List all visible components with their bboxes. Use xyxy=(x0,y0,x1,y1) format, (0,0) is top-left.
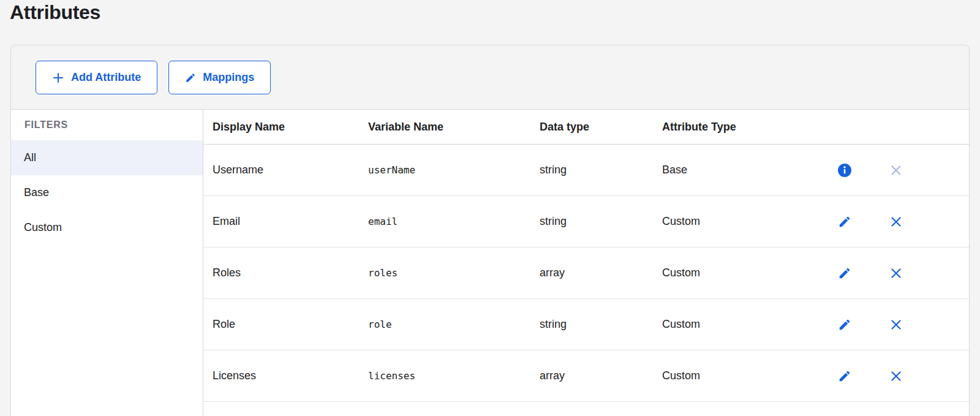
variable-name-cell: roles xyxy=(359,267,530,279)
variable-name-cell: role xyxy=(359,319,530,330)
table-row: Email email string Custom xyxy=(203,196,969,248)
display-name-cell: Roles xyxy=(203,267,359,279)
page-title: Attributes xyxy=(10,1,100,24)
filter-item-all[interactable]: All xyxy=(11,140,203,175)
data-type-cell: string xyxy=(530,164,653,176)
row-actions xyxy=(796,214,969,229)
data-type-cell: array xyxy=(530,369,653,382)
data-type-cell: string xyxy=(530,215,653,228)
remove-attribute-icon[interactable] xyxy=(889,266,903,281)
panel-content: FILTERS All Base Custom Display Name Var… xyxy=(11,109,969,416)
table-row: Licenses licenses array Custom xyxy=(203,350,969,402)
filter-item-custom[interactable]: Custom xyxy=(11,210,203,245)
filters-heading: FILTERS xyxy=(11,110,203,140)
attribute-type-cell: Custom xyxy=(653,267,796,279)
attribute-type-cell: Base xyxy=(653,164,796,176)
column-header-data-type: Data type xyxy=(530,121,653,134)
mappings-button[interactable]: Mappings xyxy=(168,61,271,94)
edit-attribute-icon[interactable] xyxy=(837,369,852,384)
info-icon[interactable] xyxy=(837,163,852,178)
display-name-cell: Role xyxy=(203,318,359,331)
edit-attribute-icon[interactable] xyxy=(837,266,852,281)
filter-list: All Base Custom xyxy=(11,140,203,245)
attribute-type-cell: Custom xyxy=(653,369,796,382)
display-name-cell: Email xyxy=(203,215,359,228)
data-type-cell: string xyxy=(530,318,653,331)
remove-attribute-icon[interactable] xyxy=(889,317,903,332)
attributes-panel: Add Attribute Mappings FILTERS All Base … xyxy=(10,45,970,416)
row-actions xyxy=(796,369,969,384)
row-actions xyxy=(796,266,969,281)
data-type-cell: array xyxy=(530,267,653,279)
display-name-cell: Username xyxy=(203,164,359,176)
attribute-type-cell: Custom xyxy=(653,318,796,331)
mappings-label: Mappings xyxy=(203,71,254,84)
edit-attribute-icon[interactable] xyxy=(837,214,852,229)
column-header-variable-name: Variable Name xyxy=(359,121,530,134)
filter-item-base[interactable]: Base xyxy=(11,175,203,210)
variable-name-cell: licenses xyxy=(359,370,530,382)
display-name-cell: Licenses xyxy=(203,369,359,382)
add-attribute-button[interactable]: Add Attribute xyxy=(36,61,157,94)
row-actions xyxy=(796,317,969,332)
table-header-row: Display Name Variable Name Data type Att… xyxy=(203,110,969,145)
variable-name-cell: userName xyxy=(359,164,530,176)
row-actions xyxy=(796,163,969,178)
table-row-partial xyxy=(203,402,969,416)
attributes-table: Display Name Variable Name Data type Att… xyxy=(203,110,969,416)
table-row: Username userName string Base xyxy=(203,145,969,196)
variable-name-cell: email xyxy=(359,216,530,227)
toolbar: Add Attribute Mappings xyxy=(11,45,969,109)
attribute-type-cell: Custom xyxy=(653,215,796,228)
column-header-attribute-type: Attribute Type xyxy=(653,121,796,134)
filters-sidebar: FILTERS All Base Custom xyxy=(11,110,203,416)
table-row: Role role string Custom xyxy=(203,299,969,350)
remove-attribute-icon xyxy=(889,163,903,178)
edit-attribute-icon[interactable] xyxy=(837,317,852,332)
table-row: Roles roles array Custom xyxy=(203,248,969,299)
remove-attribute-icon[interactable] xyxy=(889,214,903,229)
column-header-display-name: Display Name xyxy=(203,121,359,134)
remove-attribute-icon[interactable] xyxy=(889,369,903,384)
pencil-icon xyxy=(185,72,196,83)
plus-icon xyxy=(52,72,64,84)
add-attribute-label: Add Attribute xyxy=(71,71,141,84)
